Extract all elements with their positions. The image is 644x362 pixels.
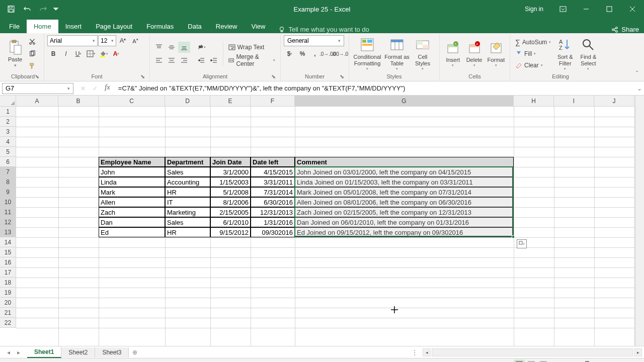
fill-color-button[interactable]: ▾ bbox=[98, 48, 110, 59]
font-name-combo[interactable]: Arial▾ bbox=[47, 35, 98, 46]
bold-button[interactable]: B bbox=[47, 48, 59, 59]
row-header-13[interactable]: 13 bbox=[0, 227, 16, 237]
cell-C8[interactable]: Linda bbox=[99, 177, 165, 187]
row-header-1[interactable]: 1 bbox=[0, 107, 16, 117]
row-header-12[interactable]: 12 bbox=[0, 217, 16, 227]
row-header-14[interactable]: 14 bbox=[0, 237, 16, 247]
wrap-text-button[interactable]: Wrap Text bbox=[226, 42, 277, 53]
cell-E11[interactable]: 2/15/2005 bbox=[210, 207, 251, 217]
insert-cells-button[interactable]: +Insert▾ bbox=[443, 36, 463, 71]
sheet-tab-3[interactable]: Sheet3 bbox=[95, 347, 129, 357]
cell-F9[interactable]: 7/31/2014 bbox=[251, 187, 295, 197]
decrease-font-button[interactable]: A▾ bbox=[129, 35, 141, 46]
signin-link[interactable]: Sign in bbox=[517, 6, 551, 13]
cell-G7[interactable]: John Joined on 03/01/2000, left the comp… bbox=[295, 167, 514, 177]
expand-formula-bar-icon[interactable]: ⌄ bbox=[635, 85, 644, 92]
minimize-icon[interactable] bbox=[575, 0, 598, 18]
row-header-8[interactable]: 8 bbox=[0, 177, 16, 187]
cell-C7[interactable]: John bbox=[99, 167, 165, 177]
orientation-button[interactable]: ab▾ bbox=[195, 42, 207, 53]
row-header-17[interactable]: 17 bbox=[0, 267, 16, 278]
name-box[interactable]: G7▾ bbox=[2, 83, 73, 94]
paste-button[interactable]: Paste ▾ bbox=[5, 36, 25, 71]
increase-font-button[interactable]: A▴ bbox=[117, 35, 129, 46]
cell-G11[interactable]: Zach Joined on 02/15/2005, left the comp… bbox=[295, 207, 514, 217]
underline-button[interactable]: U▾ bbox=[72, 48, 85, 59]
row-header-16[interactable]: 16 bbox=[0, 257, 16, 267]
col-header-D[interactable]: D bbox=[165, 96, 210, 106]
col-header-C[interactable]: C bbox=[99, 96, 165, 106]
increase-indent-button[interactable] bbox=[208, 55, 220, 66]
formula-bar[interactable]: =C7&" Joined on "&TEXT(E7,"MM/DD/YYYY")&… bbox=[115, 84, 635, 92]
cell-C11[interactable]: Zach bbox=[99, 207, 165, 217]
align-right-button[interactable] bbox=[178, 55, 190, 66]
col-header-E[interactable]: E bbox=[210, 96, 251, 106]
cell-G6[interactable]: Comment bbox=[295, 157, 514, 167]
cell-E9[interactable]: 5/1/2008 bbox=[210, 187, 251, 197]
cell-C6[interactable]: Employee Name bbox=[99, 157, 165, 167]
hscroll-right-icon[interactable]: ▸ bbox=[634, 348, 642, 356]
tab-view[interactable]: View bbox=[244, 20, 272, 33]
ribbon-options-icon[interactable] bbox=[551, 0, 575, 18]
delete-cells-button[interactable]: ×Delete▾ bbox=[464, 36, 484, 71]
font-size-combo[interactable]: 12▾ bbox=[98, 35, 116, 46]
alignment-dialog-launcher[interactable]: ⬊ bbox=[270, 73, 276, 79]
col-header-G[interactable]: G bbox=[295, 96, 514, 106]
fx-icon[interactable]: fx bbox=[102, 83, 113, 94]
cell-E13[interactable]: 9/15/2012 bbox=[210, 227, 251, 237]
tellme-search[interactable]: Tell me what you want to do bbox=[272, 26, 375, 33]
align-left-button[interactable] bbox=[153, 55, 165, 66]
decrease-indent-button[interactable] bbox=[195, 55, 207, 66]
cell-F6[interactable]: Date left bbox=[251, 157, 295, 167]
clipboard-dialog-launcher[interactable]: ⬊ bbox=[34, 73, 40, 79]
cut-button[interactable] bbox=[26, 36, 38, 47]
new-sheet-button[interactable]: ⊕ bbox=[129, 349, 141, 356]
tab-page-layout[interactable]: Page Layout bbox=[89, 20, 139, 33]
col-header-B[interactable]: B bbox=[58, 96, 99, 106]
sheet-nav-prev-icon[interactable]: ◂ bbox=[4, 349, 13, 356]
select-all-corner[interactable] bbox=[0, 96, 16, 107]
accounting-format-button[interactable]: $▾ bbox=[284, 48, 296, 59]
hscroll-left-icon[interactable]: ◂ bbox=[423, 348, 431, 356]
row-header-15[interactable]: 15 bbox=[0, 247, 16, 257]
number-dialog-launcher[interactable]: ⬊ bbox=[339, 73, 345, 79]
merge-center-button[interactable]: Merge & Center▾ bbox=[226, 55, 277, 66]
cell-E10[interactable]: 8/1/2006 bbox=[210, 197, 251, 207]
cell-F11[interactable]: 12/31/2013 bbox=[251, 207, 295, 217]
fill-handle[interactable] bbox=[512, 235, 515, 238]
vertical-scrollbar[interactable] bbox=[635, 96, 644, 346]
col-header-H[interactable]: H bbox=[514, 96, 554, 106]
format-cells-button[interactable]: Format▾ bbox=[486, 36, 507, 71]
row-header-21[interactable]: 21 bbox=[0, 308, 16, 318]
row-header-3[interactable]: 3 bbox=[0, 127, 16, 137]
cell-G10[interactable]: Allen Joined on 08/01/2006, left the com… bbox=[295, 197, 514, 207]
row-header-6[interactable]: 6 bbox=[0, 157, 16, 167]
cell-E7[interactable]: 3/1/2000 bbox=[210, 167, 251, 177]
cell-C13[interactable]: Ed bbox=[99, 227, 165, 237]
close-icon[interactable] bbox=[621, 0, 644, 18]
cell-F12[interactable]: 1/31/2016 bbox=[251, 217, 295, 227]
cell-G13[interactable]: Ed Joined on 09/15/2012, left the compan… bbox=[295, 227, 514, 237]
row-header-18[interactable]: 18 bbox=[0, 278, 16, 288]
autofill-options-button[interactable] bbox=[517, 239, 527, 248]
page-layout-view-icon[interactable] bbox=[526, 359, 537, 363]
cell-F13[interactable]: 09/302016 bbox=[251, 227, 295, 237]
clear-button[interactable]: Clear▾ bbox=[513, 60, 553, 71]
font-color-button[interactable]: A▾ bbox=[110, 48, 122, 59]
collapse-ribbon-icon[interactable]: ˆ bbox=[632, 69, 642, 79]
fill-button[interactable]: Fill▾ bbox=[513, 48, 553, 59]
cell-C10[interactable]: Allen bbox=[99, 197, 165, 207]
row-header-10[interactable]: 10 bbox=[0, 197, 16, 207]
col-header-J[interactable]: J bbox=[594, 96, 634, 106]
enter-formula-icon[interactable]: ✓ bbox=[90, 83, 101, 94]
save-icon[interactable] bbox=[4, 2, 18, 16]
row-header-11[interactable]: 11 bbox=[0, 207, 16, 217]
decrease-decimal-button[interactable]: .00→.0 bbox=[334, 48, 346, 59]
cell-G9[interactable]: Mark Joined on 05/01/2008, left the comp… bbox=[295, 187, 514, 197]
find-select-button[interactable]: Find & Select▾ bbox=[577, 36, 599, 71]
row-header-4[interactable]: 4 bbox=[0, 137, 16, 147]
normal-view-icon[interactable] bbox=[514, 359, 525, 363]
cell-C9[interactable]: Mark bbox=[99, 187, 165, 197]
cell-F10[interactable]: 6/30/2016 bbox=[251, 197, 295, 207]
tab-insert[interactable]: Insert bbox=[58, 20, 89, 33]
